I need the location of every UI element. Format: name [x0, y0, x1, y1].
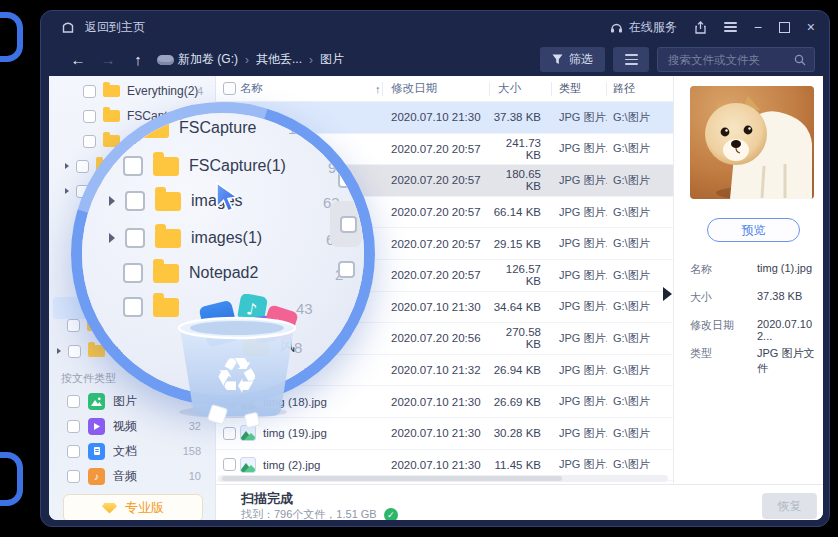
checkbox[interactable] — [67, 445, 80, 458]
checkbox[interactable] — [67, 470, 80, 483]
cell-size: 241.73 KB — [490, 137, 552, 161]
cell-date: 2020.07.20 20:57 — [383, 238, 490, 250]
filter-button[interactable]: 筛选 — [540, 47, 605, 72]
checkbox[interactable] — [83, 85, 96, 98]
cell-date: 2020.07.10 21:30 — [383, 301, 490, 313]
select-all-checkbox[interactable] — [223, 82, 236, 95]
checkbox[interactable] — [67, 319, 80, 332]
cell-date: 2020.07.20 20:57 — [383, 174, 490, 186]
table-row[interactable]: timg (19).jpg 2020.07.10 21:30 30.28 KB … — [216, 418, 673, 450]
breadcrumb-sep: › — [245, 53, 249, 67]
sort-arrow-icon[interactable]: ↑ — [375, 82, 383, 96]
share-icon[interactable] — [694, 21, 707, 34]
checkbox[interactable] — [83, 135, 96, 148]
scrollbar-thumb[interactable] — [222, 476, 562, 481]
close-button[interactable]: × — [807, 20, 815, 34]
preview-collapse-arrow[interactable] — [663, 287, 672, 301]
online-service[interactable]: 在线服务 — [610, 19, 677, 36]
recycle-icon: ♻ — [215, 347, 260, 405]
pictures-icon — [88, 393, 105, 410]
cell-path: G:\图片 — [607, 205, 673, 220]
search-input[interactable] — [666, 53, 788, 67]
toolbar: ← → ↑ 新加卷 (G:) › 其他丢... › 图片 筛选 — [41, 43, 829, 76]
cell-size: 26.94 KB — [490, 364, 552, 376]
back-home[interactable]: 返回到主页 — [41, 19, 145, 36]
lens-item-notepad2: Notepad2 — [123, 260, 258, 286]
audio-icon: ♪ — [88, 468, 105, 485]
recover-button[interactable]: 恢复 — [762, 493, 817, 519]
cell-type: JPG 图片... — [552, 457, 607, 472]
filter-label: 筛选 — [569, 51, 593, 68]
cell-path: G:\图片 — [607, 236, 673, 251]
col-path[interactable]: 路径 — [607, 81, 673, 96]
menu-icon[interactable] — [724, 22, 737, 33]
type-label: 视频 — [113, 418, 137, 435]
checkbox[interactable] — [76, 160, 89, 173]
mouse-cursor-icon — [214, 182, 240, 218]
lens-count: 63 — [323, 194, 340, 211]
breadcrumb-drive[interactable]: 新加卷 (G:) — [178, 51, 238, 68]
preview-button[interactable]: 预览 — [707, 218, 800, 242]
expand-arrow-icon[interactable] — [65, 188, 69, 194]
breadcrumb-sep: › — [309, 53, 313, 67]
sidebar-item-everything[interactable]: Everything(2) 4 — [49, 80, 215, 102]
cell-path: G:\图片 — [607, 426, 673, 441]
type-label: 文档 — [113, 443, 137, 460]
checkbox — [340, 216, 357, 233]
lens-count: 9 — [328, 159, 336, 176]
search-icon[interactable] — [794, 54, 806, 66]
cell-date: 2020.07.20 20:57 — [383, 143, 490, 155]
cell-type: JPG 图片... — [552, 110, 607, 125]
checkbox[interactable] — [68, 345, 81, 358]
minimize-button[interactable]: − — [754, 20, 762, 34]
cell-size: 66.14 KB — [490, 206, 552, 218]
expand-arrow-icon[interactable] — [57, 348, 61, 354]
maximize-button[interactable] — [779, 22, 790, 33]
headset-icon — [610, 21, 623, 34]
videos-icon — [88, 418, 105, 435]
cell-path: G:\图片 — [607, 141, 673, 156]
checkbox — [123, 297, 143, 317]
lens-item-images1: images(1) — [109, 225, 262, 251]
pro-version-button[interactable]: 专业版 — [63, 494, 203, 520]
row-checkbox[interactable] — [223, 427, 236, 440]
type-count: 158 — [183, 445, 201, 457]
type-label: 音频 — [113, 468, 137, 485]
cell-type: JPG 图片... — [552, 299, 607, 314]
breadcrumb-leaf[interactable]: 图片 — [320, 51, 344, 68]
sidebar-type-audio[interactable]: ♪ 音频 10 — [49, 465, 215, 487]
cell-size: 37.38 KB — [490, 111, 552, 123]
cell-date: 2020.07.20 20:57 — [383, 269, 490, 281]
scan-result: 找到：796个文件，1.51 GB ✓ — [241, 507, 398, 520]
screenshot-stage: 返回到主页 在线服务 − × — [0, 0, 838, 537]
breadcrumb-mid[interactable]: 其他丢... — [256, 51, 302, 68]
nav-back-button[interactable]: ← — [69, 51, 87, 68]
cell-type: JPG 图片... — [552, 268, 607, 283]
cell-date: 2020.07.10 21:30 — [383, 427, 490, 439]
cell-type: JPG 图片... — [552, 394, 607, 409]
folder-icon — [143, 119, 169, 138]
expand-arrow-icon[interactable] — [65, 163, 69, 169]
decor-arc-top — [0, 12, 23, 62]
checkbox[interactable] — [67, 420, 80, 433]
col-size[interactable]: 大小 — [490, 82, 552, 96]
horizontal-scrollbar[interactable] — [218, 475, 668, 482]
row-checkbox[interactable] — [223, 458, 236, 471]
checkbox — [338, 171, 355, 188]
sidebar-type-videos[interactable]: 视频 32 — [49, 415, 215, 437]
sidebar-type-documents[interactable]: 文档 158 — [49, 440, 215, 462]
col-name[interactable]: 名称 — [240, 82, 263, 96]
cell-date: 2020.07.10 21:30 — [383, 396, 490, 408]
drive-icon — [157, 55, 174, 65]
cell-size: 29.15 KB — [490, 238, 552, 250]
nav-up-button[interactable]: ↑ — [129, 51, 147, 68]
col-type[interactable]: 类型 — [552, 82, 607, 96]
checkbox[interactable] — [67, 395, 80, 408]
col-date[interactable]: 修改日期 — [383, 82, 490, 96]
nav-forward-button[interactable]: → — [99, 51, 117, 68]
checkbox[interactable] — [83, 110, 96, 123]
paper-bit — [244, 412, 261, 429]
folder-icon — [153, 264, 179, 283]
checkbox — [123, 263, 143, 283]
view-list-button[interactable] — [613, 47, 649, 72]
